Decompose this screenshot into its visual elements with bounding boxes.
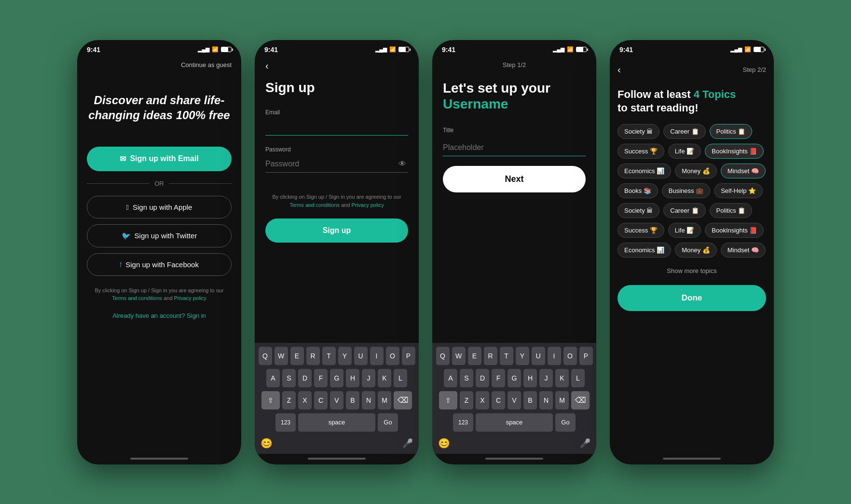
key-shift-2[interactable]: ⇧ — [261, 391, 280, 409]
key-c-2[interactable]: C — [314, 391, 328, 409]
password-input[interactable] — [265, 156, 408, 173]
topic-money-1[interactable]: Money 💰 — [675, 163, 717, 178]
show-more-topics[interactable]: Show more topics — [618, 262, 766, 279]
key-q-3[interactable]: Q — [436, 347, 450, 365]
key-c-3[interactable]: C — [492, 391, 505, 409]
key-d-2[interactable]: D — [298, 369, 312, 387]
key-space-3[interactable]: space — [476, 413, 553, 432]
key-w-3[interactable]: W — [452, 347, 466, 365]
topic-success-2[interactable]: Success 🏆 — [618, 223, 664, 238]
topic-economics-1[interactable]: Economics 📊 — [618, 163, 671, 178]
key-n-3[interactable]: N — [539, 391, 553, 409]
key-y-2[interactable]: Y — [338, 347, 352, 365]
key-123-2[interactable]: 123 — [275, 413, 296, 432]
key-s-2[interactable]: S — [282, 369, 296, 387]
key-v-3[interactable]: V — [508, 391, 521, 409]
topic-mindset-2[interactable]: Mindset 🧠 — [721, 243, 766, 258]
key-z-2[interactable]: Z — [282, 391, 296, 409]
key-go-3[interactable]: Go — [555, 413, 576, 432]
key-w-2[interactable]: W — [275, 347, 288, 365]
privacy-link-2[interactable]: Privacy policy — [352, 202, 384, 208]
topic-career-2[interactable]: Career 📋 — [663, 203, 705, 218]
topic-business-1[interactable]: Business 💼 — [662, 183, 710, 198]
key-m-3[interactable]: M — [555, 391, 569, 409]
key-u-2[interactable]: U — [354, 347, 368, 365]
mic-icon-2[interactable]: 🎤 — [402, 438, 413, 449]
key-space-2[interactable]: space — [298, 413, 375, 432]
key-l-3[interactable]: L — [571, 369, 585, 387]
key-shift-3[interactable]: ⇧ — [439, 391, 457, 409]
emoji-icon-2[interactable]: 😊 — [261, 437, 273, 449]
key-k-3[interactable]: K — [555, 369, 569, 387]
key-l-2[interactable]: L — [394, 369, 407, 387]
key-p-3[interactable]: P — [579, 347, 593, 365]
key-x-3[interactable]: X — [476, 391, 489, 409]
topic-economics-2[interactable]: Economics 📊 — [618, 243, 671, 258]
key-e-3[interactable]: E — [468, 347, 481, 365]
key-t-2[interactable]: T — [322, 347, 336, 365]
key-o-3[interactable]: O — [563, 347, 577, 365]
key-d-3[interactable]: D — [476, 369, 489, 387]
key-i-2[interactable]: I — [370, 347, 384, 365]
topic-selfhelp-1[interactable]: Self-Help ⭐ — [714, 183, 763, 198]
key-f-2[interactable]: F — [314, 369, 328, 387]
key-o-2[interactable]: O — [386, 347, 399, 365]
topic-mindset-1[interactable]: Mindset 🧠 — [721, 163, 766, 178]
key-n-2[interactable]: N — [362, 391, 375, 409]
emoji-icon-3[interactable]: 😊 — [438, 437, 450, 449]
terms-link-2[interactable]: Terms and conditions — [289, 202, 340, 208]
topic-politics-1[interactable]: Politics 📋 — [710, 124, 753, 139]
signup-apple-button[interactable]:  Sign up with Apple — [87, 196, 232, 218]
key-delete-3[interactable]: ⌫ — [571, 391, 590, 409]
key-delete-2[interactable]: ⌫ — [394, 391, 412, 409]
username-input[interactable] — [443, 139, 586, 156]
topic-career-1[interactable]: Career 📋 — [663, 124, 705, 139]
key-u-3[interactable]: U — [532, 347, 545, 365]
key-x-2[interactable]: X — [298, 391, 312, 409]
done-button[interactable]: Done — [618, 285, 766, 311]
topic-success-1[interactable]: Success 🏆 — [618, 144, 664, 159]
guest-link[interactable]: Continue as guest — [87, 56, 232, 83]
key-go-2[interactable]: Go — [378, 413, 398, 432]
signup-facebook-button[interactable]: f Sign up with Facebook — [87, 253, 232, 276]
signin-link[interactable]: Sign in — [187, 312, 206, 319]
key-s-3[interactable]: S — [460, 369, 473, 387]
back-button-4[interactable]: ‹ — [618, 60, 632, 79]
privacy-link-1[interactable]: Privacy policy — [174, 295, 206, 301]
key-b-3[interactable]: B — [523, 391, 537, 409]
topic-books-1[interactable]: Books 📚 — [618, 183, 658, 198]
key-a-2[interactable]: A — [266, 369, 280, 387]
email-input[interactable] — [265, 119, 408, 136]
key-h-2[interactable]: H — [346, 369, 359, 387]
key-g-2[interactable]: G — [330, 369, 343, 387]
key-r-2[interactable]: R — [306, 347, 320, 365]
signup-twitter-button[interactable]: 🐦 Sign up with Twitter — [87, 224, 232, 247]
key-e-2[interactable]: E — [290, 347, 304, 365]
topic-society-2[interactable]: Society 🏛 — [618, 203, 659, 218]
key-j-2[interactable]: J — [362, 369, 375, 387]
key-z-3[interactable]: Z — [460, 391, 473, 409]
key-t-3[interactable]: T — [500, 347, 513, 365]
key-r-3[interactable]: R — [484, 347, 497, 365]
key-q-2[interactable]: Q — [259, 347, 272, 365]
topic-bookinsights-2[interactable]: BookInsights 📕 — [705, 223, 764, 238]
signup-email-button[interactable]: ✉ Sign up with Email — [87, 147, 232, 171]
key-g-3[interactable]: G — [508, 369, 521, 387]
key-m-2[interactable]: M — [378, 391, 391, 409]
topic-life-1[interactable]: Life 📝 — [668, 144, 701, 159]
topic-money-2[interactable]: Money 💰 — [675, 243, 717, 258]
back-button-2[interactable]: ‹ — [265, 56, 280, 75]
key-a-3[interactable]: A — [444, 369, 457, 387]
key-123-3[interactable]: 123 — [453, 413, 473, 432]
key-h-3[interactable]: H — [523, 369, 537, 387]
key-p-2[interactable]: P — [402, 347, 415, 365]
key-b-2[interactable]: B — [346, 391, 359, 409]
topic-bookinsights-1[interactable]: BookInsights 📕 — [705, 144, 764, 159]
terms-link-1[interactable]: Terms and conditions — [112, 295, 162, 301]
topic-life-2[interactable]: Life 📝 — [668, 223, 701, 238]
mic-icon-3[interactable]: 🎤 — [580, 438, 590, 449]
topic-society-1[interactable]: Society 🏛 — [618, 124, 659, 139]
eye-icon[interactable]: 👁 — [398, 160, 406, 168]
key-v-2[interactable]: V — [330, 391, 343, 409]
topic-politics-2[interactable]: Politics 📋 — [710, 203, 753, 218]
